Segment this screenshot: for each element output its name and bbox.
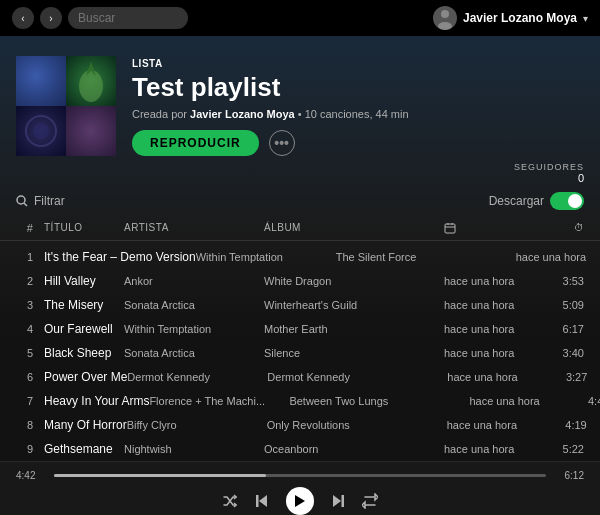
user-info[interactable]: Javier Lozano Moya ▾ — [433, 6, 588, 30]
followers-count: 0 — [578, 172, 584, 184]
track-name: Gethsemane — [44, 442, 124, 456]
track-duration: 3:40 — [534, 347, 584, 359]
track-artist: Dermot Kennedy — [127, 371, 267, 383]
track-number: 8 — [16, 419, 44, 431]
table-row[interactable]: 7 Heavy In Your Arms Florence + The Mach… — [0, 389, 600, 413]
meta-created-by: Creada por — [132, 108, 190, 120]
shuffle-button[interactable] — [222, 493, 238, 509]
svg-point-5 — [33, 123, 49, 139]
svg-point-6 — [17, 196, 25, 204]
track-time-added: hace una hora — [447, 371, 537, 383]
col-duration: ⏱ — [534, 222, 584, 236]
nav-forward-button[interactable]: › — [40, 7, 62, 29]
track-name: It's the Fear – Demo Version — [44, 250, 196, 264]
more-options-button[interactable]: ••• — [269, 130, 295, 156]
download-toggle-switch[interactable] — [550, 192, 584, 210]
meta-separator: • — [298, 108, 305, 120]
tracks-list: 1 It's the Fear – Demo Version Within Te… — [0, 245, 600, 461]
track-time-added: hace una hora — [469, 395, 559, 407]
col-date-icon — [444, 222, 534, 236]
track-info: It's the Fear – Demo Version — [44, 250, 196, 264]
track-number: 1 — [16, 251, 44, 263]
track-time-added: hace una hora — [444, 443, 534, 455]
track-info: Power Over Me — [44, 370, 127, 384]
total-time: 6:12 — [554, 470, 584, 481]
track-album: Winterheart's Guild — [264, 299, 444, 311]
track-info: Gethsemane — [44, 442, 124, 456]
top-bar: ‹ › Javier Lozano Moya ▾ — [0, 0, 600, 36]
track-info: Heavy In Your Arms — [44, 394, 149, 408]
svg-point-0 — [441, 10, 449, 18]
search-input[interactable] — [68, 7, 188, 29]
track-info: Black Sheep — [44, 346, 124, 360]
previous-button[interactable] — [254, 493, 270, 509]
play-button[interactable]: REPRODUCIR — [132, 130, 259, 156]
track-time-added: hace una hora — [444, 275, 534, 287]
svg-rect-13 — [256, 495, 259, 507]
table-row[interactable]: 2 Hill Valley Ankor White Dragon hace un… — [0, 269, 600, 293]
track-number: 5 — [16, 347, 44, 359]
table-row[interactable]: 3 The Misery Sonata Arctica Winterheart'… — [0, 293, 600, 317]
track-duration: 3:53 — [534, 275, 584, 287]
repeat-button[interactable] — [362, 493, 378, 509]
track-number: 3 — [16, 299, 44, 311]
track-duration: 5:09 — [534, 299, 584, 311]
playlist-title: Test playlist — [132, 73, 584, 102]
meta-stats: 10 canciones, 44 min — [305, 108, 409, 120]
nav-buttons: ‹ › — [12, 7, 188, 29]
track-info: Hill Valley — [44, 274, 124, 288]
svg-line-7 — [24, 203, 27, 206]
playlist-meta: Creada por Javier Lozano Moya • 10 canci… — [132, 108, 584, 120]
track-album: Dermot Kennedy — [267, 371, 447, 383]
meta-creator: Javier Lozano Moya — [190, 108, 295, 120]
table-row[interactable]: 4 Our Farewell Within Temptation Mother … — [0, 317, 600, 341]
play-pause-button[interactable] — [286, 487, 314, 515]
table-row[interactable]: 9 Gethsemane Nightwish Oceanborn hace un… — [0, 437, 600, 461]
track-album: Silence — [264, 347, 444, 359]
playlist-actions: REPRODUCIR ••• — [132, 130, 584, 156]
col-num: # — [16, 222, 44, 236]
track-number: 7 — [16, 395, 44, 407]
track-artist: Sonata Arctica — [124, 299, 264, 311]
track-duration: 4:47 — [559, 395, 600, 407]
search-icon — [16, 195, 28, 207]
controls-bar: Filtrar Descargar — [0, 188, 600, 218]
filter-label: Filtrar — [34, 194, 65, 208]
svg-point-1 — [438, 22, 452, 30]
track-name: Power Over Me — [44, 370, 127, 384]
col-artist: ARTISTA — [124, 222, 264, 236]
followers-section: SEGUIDORES 0 — [0, 162, 600, 184]
next-button[interactable] — [330, 493, 346, 509]
track-artist: Within Temptation — [196, 251, 336, 263]
track-name: Our Farewell — [44, 322, 124, 336]
track-duration: 4:19 — [537, 419, 587, 431]
player-bar: 4:42 6:12 — [0, 461, 600, 515]
art-cell-1 — [16, 56, 66, 106]
col-title: TÍTULO — [44, 222, 124, 236]
table-row[interactable]: 6 Power Over Me Dermot Kennedy Dermot Ke… — [0, 365, 600, 389]
playlist-header: LISTA Test playlist Creada por Javier Lo… — [0, 36, 600, 172]
progress-bar[interactable] — [54, 474, 546, 477]
followers-label: SEGUIDORES — [514, 162, 584, 172]
track-album: Mother Earth — [264, 323, 444, 335]
nav-back-button[interactable]: ‹ — [12, 7, 34, 29]
art-cell-3 — [16, 106, 66, 156]
track-number: 2 — [16, 275, 44, 287]
playlist-type: LISTA — [132, 58, 584, 69]
track-number: 4 — [16, 323, 44, 335]
filter-box: Filtrar — [16, 194, 65, 208]
download-label: Descargar — [489, 194, 544, 208]
svg-point-2 — [79, 70, 103, 102]
track-album: Only Revolutions — [267, 419, 447, 431]
table-row[interactable]: 5 Black Sheep Sonata Arctica Silence hac… — [0, 341, 600, 365]
table-row[interactable]: 8 Many Of Horror Biffy Clyro Only Revolu… — [0, 413, 600, 437]
table-header: # TÍTULO ARTISTA ÁLBUM ⏱ — [0, 218, 600, 241]
playlist-info: LISTA Test playlist Creada por Javier Lo… — [132, 58, 584, 156]
track-artist: Within Temptation — [124, 323, 264, 335]
track-time-added: hace una hora — [444, 299, 534, 311]
track-info: Our Farewell — [44, 322, 124, 336]
table-row[interactable]: 1 It's the Fear – Demo Version Within Te… — [0, 245, 600, 269]
art-cell-2 — [66, 56, 116, 106]
progress-section: 4:42 6:12 — [16, 470, 584, 481]
download-toggle: Descargar — [489, 192, 584, 210]
